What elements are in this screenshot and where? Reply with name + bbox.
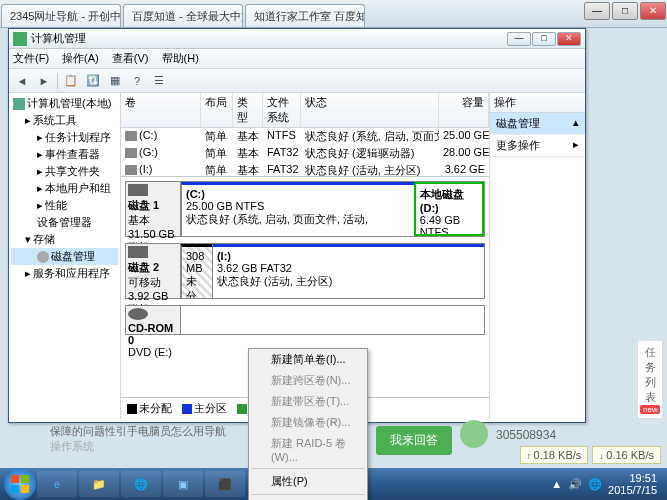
close-button[interactable]: ✕ bbox=[640, 2, 666, 20]
tree-services[interactable]: ▸ 服务和应用程序 bbox=[11, 265, 118, 282]
taskbar-app[interactable]: ▣ bbox=[163, 471, 203, 497]
taskbar-app[interactable]: e bbox=[37, 471, 77, 497]
menu-bar: 文件(F) 操作(A) 查看(V) 帮助(H) bbox=[9, 49, 585, 69]
tree-storage[interactable]: ▾ 存储 bbox=[11, 231, 118, 248]
disk-row-1: 磁盘 1 基本 31.50 GB 联机 (C:) 25.00 GB NTFS 状… bbox=[125, 181, 485, 237]
toolbar-button[interactable]: ▦ bbox=[106, 72, 124, 90]
menu-view[interactable]: 查看(V) bbox=[112, 52, 149, 64]
tree-devmgr[interactable]: 设备管理器 bbox=[11, 214, 118, 231]
context-menu: 新建简单卷(I)... 新建跨区卷(N)... 新建带区卷(T)... 新建镜像… bbox=[248, 348, 368, 500]
window-title: 计算机管理 bbox=[31, 31, 86, 46]
browser-tab[interactable]: 百度知道 - 全球最大中文× bbox=[123, 4, 243, 27]
volume-list: 卷 布局 类型 文件系统 状态 容量 (C:)简单基本NTFS状态良好 (系统,… bbox=[121, 93, 489, 177]
action-diskmgmt[interactable]: 磁盘管理▴ bbox=[490, 113, 585, 135]
side-panel[interactable]: 任 务 列 表 new bbox=[637, 340, 663, 419]
tree-diskmgmt[interactable]: 磁盘管理 bbox=[11, 248, 118, 265]
tray-icon[interactable]: 🌐 bbox=[588, 478, 602, 491]
system-tray[interactable]: ▲ 🔊 🌐 19:51 2015/7/15 bbox=[551, 472, 663, 496]
disk-icon bbox=[128, 246, 148, 258]
cdrom-row: CD-ROM 0 DVD (E:) bbox=[125, 305, 485, 335]
tree-root[interactable]: 计算机管理(本地) bbox=[11, 95, 118, 112]
network-stats: ↑ 0.18 KB/s ↓ 0.16 KB/s bbox=[520, 446, 661, 464]
browser-tab[interactable]: 知道行家工作室 百度知道× bbox=[245, 4, 365, 27]
disk-label[interactable]: CD-ROM 0 DVD (E:) bbox=[125, 305, 181, 335]
navigation-tree: 计算机管理(本地) ▸ 系统工具 ▸ 任务计划程序 ▸ 事件查看器 ▸ 共享文件… bbox=[9, 93, 121, 419]
menu-help[interactable]: 帮助(H) bbox=[162, 52, 199, 64]
new-badge: new bbox=[640, 405, 660, 414]
partition-c[interactable]: (C:) 25.00 GB NTFS 状态良好 (系统, 启动, 页面文件, 活… bbox=[181, 182, 414, 236]
svg-rect-3 bbox=[21, 485, 29, 493]
minimize-button[interactable]: — bbox=[507, 32, 531, 46]
maximize-button[interactable]: □ bbox=[612, 2, 638, 20]
tree-users[interactable]: ▸ 本地用户和组 bbox=[11, 180, 118, 197]
svg-rect-1 bbox=[21, 475, 29, 483]
disk-icon bbox=[128, 184, 148, 196]
volume-row[interactable]: (G:)简单基本FAT32状态良好 (逻辑驱动器)28.00 GE bbox=[121, 145, 489, 162]
upload-speed: ↑ 0.18 KB/s bbox=[520, 446, 589, 464]
user-number: 305508934 bbox=[496, 428, 556, 442]
tree-eventviewer[interactable]: ▸ 事件查看器 bbox=[11, 146, 118, 163]
tray-icon[interactable]: ▲ bbox=[551, 478, 562, 490]
tree-shared[interactable]: ▸ 共享文件夹 bbox=[11, 163, 118, 180]
tree-scheduler[interactable]: ▸ 任务计划程序 bbox=[11, 129, 118, 146]
minimize-button[interactable]: — bbox=[584, 2, 610, 20]
svg-rect-0 bbox=[11, 475, 19, 483]
start-button[interactable] bbox=[4, 468, 36, 500]
window-titlebar[interactable]: 计算机管理 — □ ✕ bbox=[9, 29, 585, 49]
help-button[interactable]: ? bbox=[128, 72, 146, 90]
app-icon bbox=[13, 32, 27, 46]
partition-unallocated[interactable]: 308 MB 未分配 bbox=[181, 244, 212, 298]
windows-icon bbox=[10, 474, 30, 494]
toolbar-button[interactable]: 📋 bbox=[62, 72, 80, 90]
tree-systools[interactable]: ▸ 系统工具 bbox=[11, 112, 118, 129]
browser-tab[interactable]: 2345网址导航 - 开创中国× bbox=[1, 4, 121, 27]
clock-date[interactable]: 2015/7/15 bbox=[608, 484, 657, 496]
browser-tab-bar: 2345网址导航 - 开创中国× 百度知道 - 全球最大中文× 知道行家工作室 … bbox=[0, 0, 667, 28]
toolbar: ◄ ► 📋 🔃 ▦ ? ☰ bbox=[9, 69, 585, 93]
forward-button[interactable]: ► bbox=[35, 72, 53, 90]
folder-icon: 📁 bbox=[92, 478, 106, 491]
app-icon: ⬛ bbox=[218, 478, 232, 491]
ctx-new-mirror: 新建镜像卷(R)... bbox=[249, 412, 367, 433]
clock-time[interactable]: 19:51 bbox=[608, 472, 657, 484]
actions-title: 操作 bbox=[490, 93, 585, 113]
taskbar-app[interactable]: 🌐 bbox=[121, 471, 161, 497]
close-button[interactable]: ✕ bbox=[557, 32, 581, 46]
toolbar-button[interactable]: ☰ bbox=[150, 72, 168, 90]
taskbar-app[interactable]: ⬛ bbox=[205, 471, 245, 497]
dropdown-icon: ▴ bbox=[573, 116, 579, 131]
tray-icon[interactable]: 🔊 bbox=[568, 478, 582, 491]
disk-row-2: 磁盘 2 可移动 3.92 GB 联机 308 MB 未分配 (I:) 3.62… bbox=[125, 243, 485, 299]
back-button[interactable]: ◄ bbox=[13, 72, 31, 90]
svg-rect-2 bbox=[11, 485, 19, 493]
menu-action[interactable]: 操作(A) bbox=[62, 52, 99, 64]
tree-perf[interactable]: ▸ 性能 bbox=[11, 197, 118, 214]
user-avatar[interactable] bbox=[460, 420, 488, 448]
volume-row[interactable]: (I:)简单基本FAT32状态良好 (活动, 主分区)3.62 GE bbox=[121, 162, 489, 177]
chevron-right-icon: ▸ bbox=[573, 138, 579, 153]
question-text[interactable]: 保障的问题性引手电脑员怎么用导航 操作系统 bbox=[50, 424, 226, 454]
action-more[interactable]: 更多操作▸ bbox=[490, 135, 585, 157]
refresh-button[interactable]: 🔃 bbox=[84, 72, 102, 90]
actions-panel: 操作 磁盘管理▴ 更多操作▸ bbox=[489, 93, 585, 419]
partition-d-selected[interactable]: 本地磁盘 (D:) 6.49 GB NTFS 状态良好 (页面文件, 逻辑驱动器 bbox=[414, 182, 484, 236]
partition-i[interactable]: (I:) 3.62 GB FAT32 状态良好 (活动, 主分区) bbox=[212, 244, 484, 298]
ctx-new-striped: 新建带区卷(T)... bbox=[249, 391, 367, 412]
ctx-new-raid5: 新建 RAID-5 卷(W)... bbox=[249, 433, 367, 466]
volume-row[interactable]: (C:)简单基本NTFS状态良好 (系统, 启动, 页面文件, 活动, 故障转储… bbox=[121, 128, 489, 145]
ctx-new-spanned: 新建跨区卷(N)... bbox=[249, 370, 367, 391]
taskbar-app[interactable]: 📁 bbox=[79, 471, 119, 497]
ctx-properties[interactable]: 属性(P) bbox=[249, 471, 367, 492]
disk-label[interactable]: 磁盘 1 基本 31.50 GB 联机 bbox=[125, 181, 181, 237]
ie-icon: e bbox=[54, 478, 60, 490]
answer-button[interactable]: 我来回答 bbox=[376, 426, 452, 455]
download-speed: ↓ 0.16 KB/s bbox=[592, 446, 661, 464]
app-icon: ▣ bbox=[178, 478, 188, 491]
ctx-new-simple-volume[interactable]: 新建简单卷(I)... bbox=[249, 349, 367, 370]
disk-label[interactable]: 磁盘 2 可移动 3.92 GB 联机 bbox=[125, 243, 181, 299]
chrome-icon: 🌐 bbox=[134, 478, 148, 491]
cdrom-icon bbox=[128, 308, 148, 320]
column-headers[interactable]: 卷 布局 类型 文件系统 状态 容量 bbox=[121, 93, 489, 128]
maximize-button[interactable]: □ bbox=[532, 32, 556, 46]
menu-file[interactable]: 文件(F) bbox=[13, 52, 49, 64]
